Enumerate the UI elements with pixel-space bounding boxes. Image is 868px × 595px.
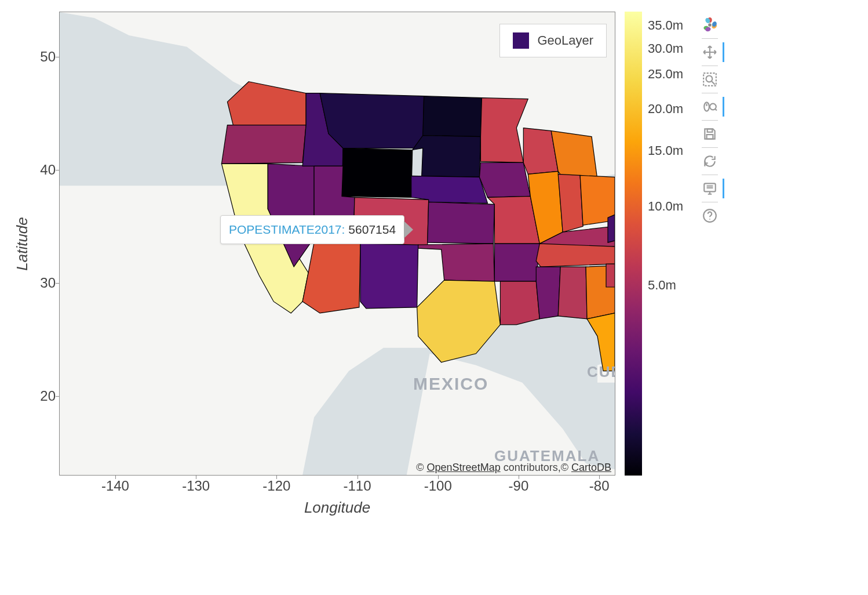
state-in[interactable] [558, 174, 583, 232]
state-wv[interactable] [608, 215, 615, 242]
y-tick: 30 [40, 275, 56, 291]
x-tick: -90 [509, 478, 529, 494]
hover-tool-button[interactable] [699, 177, 721, 199]
svg-rect-15 [707, 129, 713, 132]
state-tn[interactable] [536, 244, 615, 267]
svg-line-10 [712, 81, 714, 84]
colorbar-tick: 20.0m [648, 101, 683, 117]
legend-label: GeoLayer [537, 33, 593, 48]
reset-tool-button[interactable] [699, 150, 721, 172]
x-tick: -100 [424, 478, 452, 494]
x-tick: -80 [589, 478, 610, 494]
state-tx[interactable] [417, 280, 501, 362]
legend[interactable]: GeoLayer [499, 24, 607, 57]
svg-point-21 [709, 219, 710, 220]
bokeh-toolbar [699, 12, 721, 227]
state-ok[interactable] [418, 244, 495, 281]
wheel-zoom-tool-button[interactable] [699, 96, 721, 118]
state-mn[interactable] [480, 98, 528, 163]
x-axis-ticks: -140 -130 -120 -110 -100 -90 -80 [59, 476, 615, 495]
colorbar-tick: 15.0m [648, 143, 683, 158]
state-or[interactable] [221, 125, 306, 164]
colorbar-tick: 35.0m [648, 18, 683, 33]
colorbar-tick: 10.0m [648, 199, 683, 214]
colorbar-tick: 5.0m [648, 278, 676, 293]
svg-point-1 [708, 23, 712, 27]
svg-point-9 [706, 76, 713, 82]
colorbar-tick: 30.0m [648, 41, 683, 56]
x-tick: -110 [344, 478, 371, 494]
tooltip-value: 5607154 [348, 223, 396, 237]
bokeh-logo-icon[interactable] [699, 14, 721, 36]
state-mt[interactable] [320, 93, 424, 148]
plot-row: Latitude 50 40 30 20 [12, 12, 615, 476]
colorbar-ticks: 35.0m 30.0m 25.0m 20.0m 15.0m 10.0m 5.0m [642, 12, 688, 476]
state-ne[interactable] [411, 176, 488, 203]
map-label-mexico: MEXICO [413, 374, 488, 394]
attribution-osm-link[interactable]: OpenStreetMap [427, 462, 501, 473]
colorbar-tick: 25.0m [648, 67, 683, 82]
y-tick: 50 [40, 49, 56, 65]
legend-swatch [513, 32, 529, 49]
state-la[interactable] [500, 281, 539, 325]
state-nd[interactable] [423, 96, 482, 137]
state-nm[interactable] [360, 244, 418, 309]
colorbar-gradient [625, 12, 642, 476]
state-sc[interactable] [606, 264, 615, 287]
state-ms[interactable] [536, 267, 560, 319]
state-ks[interactable] [428, 202, 495, 244]
hover-tooltip: POPESTIMATE2017: 5607154 [220, 215, 404, 244]
svg-line-14 [715, 109, 717, 111]
state-fl[interactable] [587, 313, 615, 371]
colorbar: 35.0m 30.0m 25.0m 20.0m 15.0m 10.0m 5.0m [625, 12, 688, 476]
state-ar[interactable] [494, 244, 539, 281]
state-ia[interactable] [479, 162, 530, 197]
x-tick: -130 [182, 478, 210, 494]
state-wa[interactable] [227, 82, 306, 125]
state-az[interactable] [302, 242, 360, 313]
map-label-cuba: CUB [587, 363, 615, 381]
y-axis-ticks: 50 40 30 20 [32, 12, 59, 476]
y-axis-label: Latitude [12, 12, 32, 476]
box-zoom-tool-button[interactable] [699, 68, 721, 90]
map-plot-area[interactable]: MEXICO GUATEMALA CUB GeoLayer POPESTIMAT… [59, 12, 615, 476]
map-attribution: © OpenStreetMap contributors,© CartoDB [416, 462, 611, 474]
pan-tool-button[interactable] [699, 41, 721, 63]
state-sd[interactable] [413, 136, 481, 177]
x-tick: -120 [262, 478, 290, 494]
state-al[interactable] [558, 267, 587, 319]
y-tick: 40 [40, 162, 56, 178]
help-tool-button[interactable] [699, 205, 721, 227]
state-wy[interactable] [342, 148, 413, 198]
attribution-carto-link[interactable]: CartoDB [571, 462, 611, 473]
figure-container: Latitude 50 40 30 20 [12, 12, 856, 517]
tooltip-key: POPESTIMATE2017: [229, 223, 345, 237]
save-tool-button[interactable] [699, 123, 721, 145]
x-tick: -140 [101, 478, 129, 494]
y-tick: 20 [40, 388, 56, 404]
svg-rect-16 [707, 135, 713, 139]
x-axis-label: Longitude [59, 495, 615, 517]
plot-wrapper: Latitude 50 40 30 20 [12, 12, 615, 517]
